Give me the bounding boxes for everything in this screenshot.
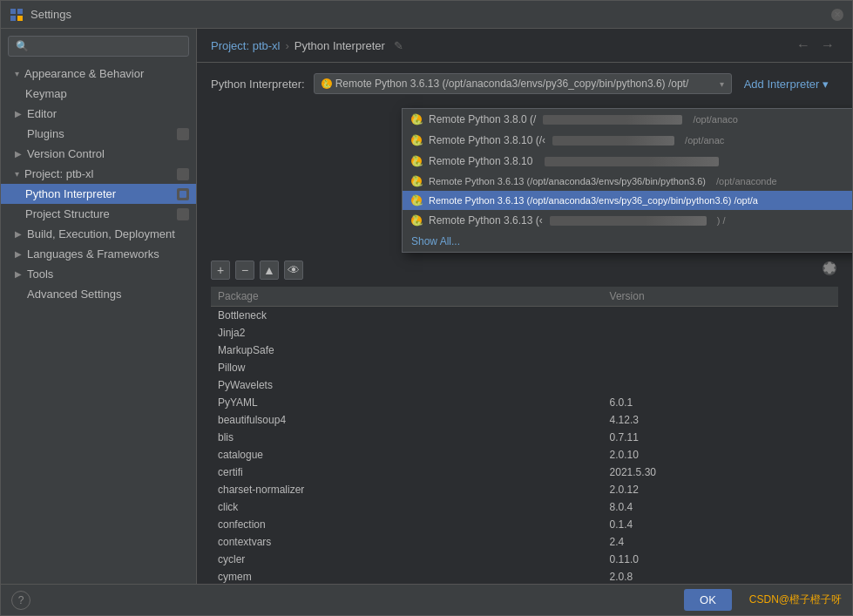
remove-package-button[interactable]: − bbox=[235, 261, 254, 280]
eye-button[interactable]: 👁 bbox=[284, 261, 303, 280]
sidebar-item-plugins[interactable]: ▶ Plugins bbox=[1, 124, 196, 144]
table-header: Package Version bbox=[211, 287, 838, 307]
nav-forward[interactable]: → bbox=[817, 36, 838, 55]
sidebar-item-version-control[interactable]: ▶ Version Control bbox=[1, 144, 196, 164]
sidebar-item-project[interactable]: ▾ Project: ptb-xl bbox=[1, 164, 196, 184]
expand-arrow-editor: ▶ bbox=[15, 109, 22, 118]
python-dot-icon: 🐍 bbox=[411, 215, 422, 226]
table-row[interactable]: click8.0.4 bbox=[211, 498, 838, 516]
table-row[interactable]: charset-normalizer2.0.12 bbox=[211, 481, 838, 498]
project-badge bbox=[177, 168, 189, 180]
plugins-badge bbox=[177, 128, 189, 140]
show-all-interpreters[interactable]: Show All... bbox=[403, 231, 852, 252]
package-name: cycler bbox=[211, 551, 603, 568]
dropdown-item-py3613c[interactable]: 🐍 Remote Python 3.6.13 (‹ ) / bbox=[403, 210, 852, 231]
table-row[interactable]: cymem2.0.8 bbox=[211, 568, 838, 584]
table-row[interactable]: Jinja2 bbox=[211, 324, 838, 342]
expand-arrow-build: ▶ bbox=[15, 229, 22, 239]
dropdown-item-py380[interactable]: 🐍 Remote Python 3.8.0 (/ /opt/anaco bbox=[403, 109, 852, 130]
sidebar-item-python-interpreter[interactable]: Python Interpreter bbox=[1, 184, 196, 204]
package-version: 2.0.8 bbox=[603, 568, 838, 584]
sidebar-item-advanced[interactable]: ▶ Advanced Settings bbox=[1, 284, 196, 304]
dropdown-item-py3810a[interactable]: 🐍 Remote Python 3.8.10 (/‹ /opt/anac bbox=[403, 130, 852, 151]
sidebar-item-build[interactable]: ▶ Build, Execution, Deployment bbox=[1, 224, 196, 244]
add-package-button[interactable]: + bbox=[211, 261, 230, 280]
svg-rect-4 bbox=[179, 131, 186, 138]
col-package: Package bbox=[211, 287, 603, 307]
table-row[interactable]: cycler0.11.0 bbox=[211, 551, 838, 568]
sidebar-item-appearance[interactable]: ▾ Appearance & Behavior bbox=[1, 64, 196, 84]
nav-back[interactable]: ← bbox=[793, 36, 814, 55]
dropdown-item-label: Remote Python 3.6.13 (/opt/anaconda3/env… bbox=[429, 176, 706, 186]
table-row[interactable]: Pillow bbox=[211, 359, 838, 376]
python-dot-icon: 🐍 bbox=[411, 176, 422, 186]
sidebar-item-label: Project: ptb-xl bbox=[24, 167, 93, 180]
table-row[interactable]: beautifulsoup44.12.3 bbox=[211, 411, 838, 429]
sidebar-item-keymap[interactable]: Keymap bbox=[1, 84, 196, 104]
svg-rect-3 bbox=[17, 16, 23, 21]
close-button[interactable]: ✕ bbox=[831, 9, 843, 21]
package-version bbox=[603, 307, 838, 325]
package-name: PyYAML bbox=[211, 394, 603, 411]
edit-icon[interactable]: ✎ bbox=[394, 39, 403, 52]
sidebar-item-label: Appearance & Behavior bbox=[24, 67, 144, 80]
window-title: Settings bbox=[30, 8, 71, 21]
package-version bbox=[603, 376, 838, 394]
package-name: click bbox=[211, 498, 603, 516]
package-version: 4.12.3 bbox=[603, 411, 838, 429]
dropdown-item-suffix: /opt/anaco bbox=[693, 114, 737, 125]
table-row[interactable]: MarkupSafe bbox=[211, 342, 838, 359]
breadcrumb-separator: › bbox=[285, 39, 288, 52]
interpreter-dropdown[interactable]: 🐍 Remote Python 3.6.13 (/opt/anaconda3/e… bbox=[314, 73, 732, 94]
sidebar-item-label: Build, Execution, Deployment bbox=[27, 227, 175, 240]
package-version: 2.4 bbox=[603, 533, 838, 551]
sidebar-item-label: Project Structure bbox=[25, 207, 110, 220]
dropdown-item-label: Remote Python 3.6.13 (/opt/anaconda3/env… bbox=[429, 195, 758, 206]
dropdown-item-py3613b[interactable]: 🐍 Remote Python 3.6.13 (/opt/anaconda3/e… bbox=[403, 191, 852, 210]
svg-rect-1 bbox=[17, 9, 23, 14]
package-version bbox=[603, 324, 838, 342]
sidebar-item-project-structure[interactable]: Project Structure bbox=[1, 204, 196, 224]
packages-toolbar: + − ▲ 👁 bbox=[211, 260, 838, 280]
blurred-path bbox=[543, 115, 682, 125]
dropdown-item-py3613a[interactable]: 🐍 Remote Python 3.6.13 (/opt/anaconda3/e… bbox=[403, 172, 852, 191]
table-row[interactable]: catalogue2.0.10 bbox=[211, 446, 838, 464]
package-version: 6.0.1 bbox=[603, 394, 838, 411]
package-name: cymem bbox=[211, 568, 603, 584]
expand-arrow-vc: ▶ bbox=[15, 149, 22, 159]
table-row[interactable]: Bottleneck bbox=[211, 307, 838, 325]
dropdown-item-suffix: /opt/anaconde bbox=[716, 176, 777, 186]
dropdown-item-label: Remote Python 3.8.10 (/‹ bbox=[429, 134, 545, 146]
table-row[interactable]: confection0.1.4 bbox=[211, 516, 838, 533]
sidebar-item-languages[interactable]: ▶ Languages & Frameworks bbox=[1, 244, 196, 264]
sidebar-item-tools[interactable]: ▶ Tools bbox=[1, 264, 196, 284]
sidebar-item-editor[interactable]: ▶ Editor bbox=[1, 104, 196, 124]
sidebar-item-label: Version Control bbox=[27, 147, 105, 160]
table-row[interactable]: blis0.7.11 bbox=[211, 429, 838, 446]
up-package-button[interactable]: ▲ bbox=[260, 261, 279, 280]
breadcrumb-project[interactable]: Project: ptb-xl bbox=[211, 39, 280, 52]
package-name: charset-normalizer bbox=[211, 481, 603, 498]
table-row[interactable]: PyWavelets bbox=[211, 376, 838, 394]
table-row[interactable]: PyYAML6.0.1 bbox=[211, 394, 838, 411]
table-row[interactable]: contextvars2.4 bbox=[211, 533, 838, 551]
svg-rect-0 bbox=[10, 9, 16, 14]
sidebar-item-label: Python Interpreter bbox=[25, 187, 116, 200]
expand-arrow-project: ▾ bbox=[15, 169, 19, 179]
watermark-text: CSDN@橙子橙子呀 bbox=[749, 592, 842, 607]
package-name: certifi bbox=[211, 464, 603, 481]
interpreter-badge bbox=[177, 188, 189, 200]
ok-button[interactable]: OK bbox=[684, 589, 732, 611]
app-icon bbox=[10, 8, 24, 22]
package-version bbox=[603, 359, 838, 376]
table-row[interactable]: certifi2021.5.30 bbox=[211, 464, 838, 481]
breadcrumb: Project: ptb-xl › Python Interpreter ✎ bbox=[211, 39, 403, 52]
help-button[interactable]: ? bbox=[11, 591, 30, 610]
package-version: 2021.5.30 bbox=[603, 464, 838, 481]
interpreter-label: Python Interpreter: bbox=[211, 78, 305, 91]
search-input[interactable] bbox=[8, 36, 189, 57]
add-interpreter-button[interactable]: Add Interpreter ▾ bbox=[741, 74, 832, 94]
package-name: catalogue bbox=[211, 446, 603, 464]
main-header: Project: ptb-xl › Python Interpreter ✎ ←… bbox=[197, 29, 852, 63]
dropdown-item-py3810b[interactable]: 🐍 Remote Python 3.8.10 bbox=[403, 151, 852, 172]
